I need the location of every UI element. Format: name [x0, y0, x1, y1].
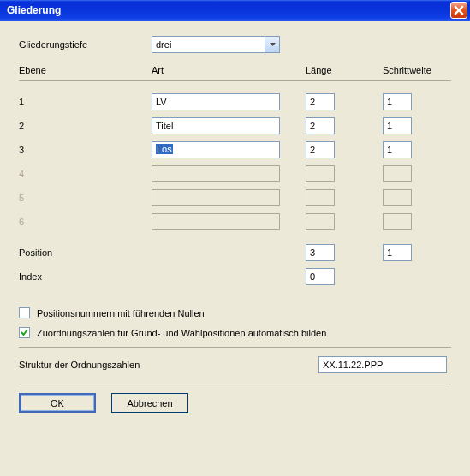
level-step-input [383, 165, 412, 182]
index-label: Index [19, 271, 152, 282]
auto-ordinals-checkbox[interactable] [19, 327, 30, 338]
level-length-input [306, 189, 335, 206]
level-row: 6 [19, 213, 451, 230]
depth-row: Gliederungstiefe drei [19, 36, 451, 53]
window-title: Gliederung [7, 4, 61, 16]
header-ebene: Ebene [19, 65, 152, 75]
dialog-content: Gliederungstiefe drei Ebene Art Länge Sc… [0, 21, 470, 423]
structure-input[interactable] [318, 356, 447, 373]
level-row: 3Los [19, 141, 451, 158]
auto-ordinals-label: Zuordnungszahlen für Grund- und Wahlposi… [37, 328, 326, 338]
depth-select[interactable]: drei [152, 36, 280, 53]
level-number: 2 [19, 121, 152, 131]
leading-zeros-checkbox[interactable] [19, 307, 30, 318]
header-schrittweite: Schrittweite [383, 65, 451, 75]
level-art-input[interactable] [152, 117, 280, 134]
structure-label: Struktur der Ordnungszahlen [19, 360, 318, 370]
level-number: 5 [19, 193, 152, 203]
level-length-input[interactable] [306, 141, 335, 158]
position-step-input[interactable] [383, 244, 412, 261]
level-step-input[interactable] [383, 117, 412, 134]
level-row: 1 [19, 93, 451, 110]
depth-label: Gliederungstiefe [19, 39, 152, 50]
level-art-selected-text: Los [156, 144, 173, 154]
titlebar: Gliederung [0, 0, 470, 21]
ok-button[interactable]: OK [19, 393, 96, 413]
level-row: 5 [19, 189, 451, 206]
level-art-input[interactable] [152, 93, 280, 110]
level-row: 2 [19, 117, 451, 134]
leading-zeros-checkbox-row[interactable]: Positionsnummern mit führenden Nullen [19, 307, 451, 318]
separator-2 [19, 347, 451, 348]
position-label: Position [19, 247, 152, 258]
position-length-input[interactable] [306, 244, 335, 261]
index-row: Index [19, 268, 451, 285]
close-button[interactable] [450, 2, 467, 19]
level-length-input [306, 165, 335, 182]
level-step-input[interactable] [383, 93, 412, 110]
level-step-input [383, 213, 412, 230]
level-step-input [383, 189, 412, 206]
structure-row: Struktur der Ordnungszahlen [19, 356, 451, 373]
auto-ordinals-checkbox-row[interactable]: Zuordnungszahlen für Grund- und Wahlposi… [19, 327, 451, 338]
separator-3 [19, 384, 451, 384]
level-number: 6 [19, 217, 152, 227]
level-art-input [152, 213, 280, 230]
level-art-input[interactable]: Los [152, 141, 280, 158]
cancel-button[interactable]: Abbrechen [111, 393, 188, 413]
header-laenge: Länge [306, 65, 383, 75]
column-headers: Ebene Art Länge Schrittweite [19, 65, 451, 75]
level-step-input[interactable] [383, 141, 412, 158]
index-value-input[interactable] [306, 268, 335, 285]
header-art: Art [152, 65, 306, 75]
leading-zeros-label: Positionsnummern mit führenden Nullen [37, 308, 205, 318]
level-number: 4 [19, 169, 152, 179]
chevron-down-icon [265, 37, 279, 52]
level-length-input[interactable] [306, 117, 335, 134]
level-number: 1 [19, 97, 152, 107]
button-row: OK Abbrechen [19, 393, 451, 413]
close-icon [454, 5, 464, 15]
depth-select-value: drei [152, 37, 265, 52]
level-number: 3 [19, 145, 152, 155]
position-row: Position [19, 244, 451, 261]
level-art-input [152, 189, 280, 206]
level-row: 4 [19, 165, 451, 182]
level-length-input [306, 213, 335, 230]
level-art-input [152, 165, 280, 182]
separator [19, 80, 451, 81]
level-length-input[interactable] [306, 93, 335, 110]
